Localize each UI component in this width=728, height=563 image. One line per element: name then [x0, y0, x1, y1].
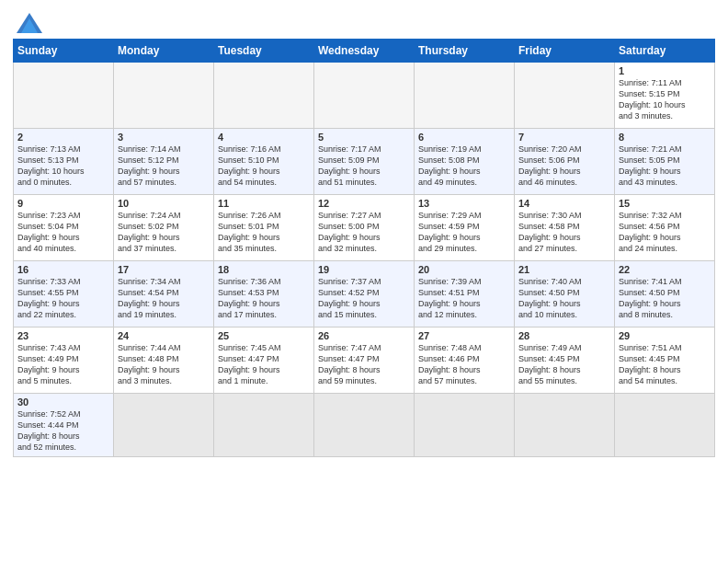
day-number: 11 [218, 198, 310, 209]
day-number: 3 [118, 132, 210, 143]
calendar-cell: 3Sunrise: 7:14 AM Sunset: 5:12 PM Daylig… [114, 129, 214, 195]
calendar-cell [214, 394, 314, 457]
day-number: 14 [518, 198, 610, 209]
weekday-header-row: SundayMondayTuesdayWednesdayThursdayFrid… [14, 40, 715, 63]
day-number: 9 [17, 198, 109, 209]
day-number: 28 [518, 330, 610, 341]
calendar-cell [14, 63, 114, 129]
day-info: Sunrise: 7:14 AM Sunset: 5:12 PM Dayligh… [118, 144, 210, 189]
calendar-cell [114, 394, 214, 457]
day-number: 13 [418, 198, 510, 209]
calendar-cell: 19Sunrise: 7:37 AM Sunset: 4:52 PM Dayli… [314, 261, 415, 327]
day-number: 1 [619, 65, 711, 76]
calendar-week-row: 9Sunrise: 7:23 AM Sunset: 5:04 PM Daylig… [14, 195, 715, 261]
calendar-week-row: 30Sunrise: 7:52 AM Sunset: 4:44 PM Dayli… [14, 394, 715, 457]
day-info: Sunrise: 7:23 AM Sunset: 5:04 PM Dayligh… [17, 210, 109, 255]
day-number: 21 [518, 264, 610, 275]
calendar-cell: 4Sunrise: 7:16 AM Sunset: 5:10 PM Daylig… [214, 129, 314, 195]
day-info: Sunrise: 7:19 AM Sunset: 5:08 PM Dayligh… [418, 144, 510, 189]
day-number: 18 [218, 264, 310, 275]
day-number: 29 [619, 330, 711, 341]
calendar-week-row: 2Sunrise: 7:13 AM Sunset: 5:13 PM Daylig… [14, 129, 715, 195]
day-number: 15 [619, 198, 711, 209]
day-info: Sunrise: 7:51 AM Sunset: 4:45 PM Dayligh… [619, 342, 711, 387]
calendar-cell [415, 63, 515, 129]
day-info: Sunrise: 7:27 AM Sunset: 5:00 PM Dayligh… [318, 210, 410, 255]
day-number: 8 [619, 132, 711, 143]
header-area [13, 9, 715, 33]
day-number: 10 [118, 198, 210, 209]
calendar-page: SundayMondayTuesdayWednesdayThursdayFrid… [0, 0, 728, 563]
day-number: 19 [318, 264, 410, 275]
calendar-cell: 23Sunrise: 7:43 AM Sunset: 4:49 PM Dayli… [14, 327, 114, 394]
calendar-cell: 22Sunrise: 7:41 AM Sunset: 4:50 PM Dayli… [615, 261, 715, 327]
logo-icon [17, 13, 42, 33]
day-info: Sunrise: 7:45 AM Sunset: 4:47 PM Dayligh… [218, 342, 310, 387]
calendar-cell: 9Sunrise: 7:23 AM Sunset: 5:04 PM Daylig… [14, 195, 114, 261]
calendar-cell: 10Sunrise: 7:24 AM Sunset: 5:02 PM Dayli… [114, 195, 214, 261]
weekday-header-wednesday: Wednesday [314, 40, 415, 63]
calendar-cell: 6Sunrise: 7:19 AM Sunset: 5:08 PM Daylig… [415, 129, 515, 195]
calendar-cell: 25Sunrise: 7:45 AM Sunset: 4:47 PM Dayli… [214, 327, 314, 394]
calendar-cell [314, 394, 415, 457]
calendar-week-row: 1Sunrise: 7:11 AM Sunset: 5:15 PM Daylig… [14, 63, 715, 129]
calendar-cell: 24Sunrise: 7:44 AM Sunset: 4:48 PM Dayli… [114, 327, 214, 394]
calendar-cell: 12Sunrise: 7:27 AM Sunset: 5:00 PM Dayli… [314, 195, 415, 261]
day-info: Sunrise: 7:16 AM Sunset: 5:10 PM Dayligh… [218, 144, 310, 189]
calendar-cell [214, 63, 314, 129]
calendar-cell: 27Sunrise: 7:48 AM Sunset: 4:46 PM Dayli… [415, 327, 515, 394]
day-info: Sunrise: 7:39 AM Sunset: 4:51 PM Dayligh… [418, 276, 510, 321]
calendar-cell [415, 394, 515, 457]
day-info: Sunrise: 7:17 AM Sunset: 5:09 PM Dayligh… [318, 144, 410, 189]
day-info: Sunrise: 7:34 AM Sunset: 4:54 PM Dayligh… [118, 276, 210, 321]
weekday-header-friday: Friday [515, 40, 615, 63]
day-info: Sunrise: 7:24 AM Sunset: 5:02 PM Dayligh… [118, 210, 210, 255]
day-number: 16 [17, 264, 109, 275]
day-info: Sunrise: 7:29 AM Sunset: 4:59 PM Dayligh… [418, 210, 510, 255]
calendar-cell [114, 63, 214, 129]
day-number: 2 [17, 132, 109, 143]
weekday-header-tuesday: Tuesday [214, 40, 314, 63]
day-number: 23 [17, 330, 109, 341]
calendar-cell: 26Sunrise: 7:47 AM Sunset: 4:47 PM Dayli… [314, 327, 415, 394]
day-number: 7 [518, 132, 610, 143]
day-info: Sunrise: 7:48 AM Sunset: 4:46 PM Dayligh… [418, 342, 510, 387]
calendar-cell [615, 394, 715, 457]
weekday-header-sunday: Sunday [14, 40, 114, 63]
day-info: Sunrise: 7:33 AM Sunset: 4:55 PM Dayligh… [17, 276, 109, 321]
calendar-week-row: 23Sunrise: 7:43 AM Sunset: 4:49 PM Dayli… [14, 327, 715, 394]
calendar-cell: 11Sunrise: 7:26 AM Sunset: 5:01 PM Dayli… [214, 195, 314, 261]
weekday-header-thursday: Thursday [415, 40, 515, 63]
day-number: 22 [619, 264, 711, 275]
calendar-table: SundayMondayTuesdayWednesdayThursdayFrid… [13, 39, 715, 457]
day-number: 6 [418, 132, 510, 143]
day-info: Sunrise: 7:21 AM Sunset: 5:05 PM Dayligh… [619, 144, 711, 189]
calendar-cell: 16Sunrise: 7:33 AM Sunset: 4:55 PM Dayli… [14, 261, 114, 327]
calendar-cell: 28Sunrise: 7:49 AM Sunset: 4:45 PM Dayli… [515, 327, 615, 394]
calendar-cell: 2Sunrise: 7:13 AM Sunset: 5:13 PM Daylig… [14, 129, 114, 195]
calendar-cell [515, 394, 615, 457]
calendar-week-row: 16Sunrise: 7:33 AM Sunset: 4:55 PM Dayli… [14, 261, 715, 327]
day-info: Sunrise: 7:40 AM Sunset: 4:50 PM Dayligh… [518, 276, 610, 321]
logo [13, 13, 42, 33]
day-info: Sunrise: 7:20 AM Sunset: 5:06 PM Dayligh… [518, 144, 610, 189]
day-number: 20 [418, 264, 510, 275]
calendar-cell: 18Sunrise: 7:36 AM Sunset: 4:53 PM Dayli… [214, 261, 314, 327]
calendar-cell: 21Sunrise: 7:40 AM Sunset: 4:50 PM Dayli… [515, 261, 615, 327]
day-info: Sunrise: 7:44 AM Sunset: 4:48 PM Dayligh… [118, 342, 210, 387]
day-info: Sunrise: 7:41 AM Sunset: 4:50 PM Dayligh… [619, 276, 711, 321]
weekday-header-saturday: Saturday [615, 40, 715, 63]
calendar-cell: 1Sunrise: 7:11 AM Sunset: 5:15 PM Daylig… [615, 63, 715, 129]
calendar-cell: 5Sunrise: 7:17 AM Sunset: 5:09 PM Daylig… [314, 129, 415, 195]
calendar-cell: 20Sunrise: 7:39 AM Sunset: 4:51 PM Dayli… [415, 261, 515, 327]
calendar-cell: 14Sunrise: 7:30 AM Sunset: 4:58 PM Dayli… [515, 195, 615, 261]
day-number: 27 [418, 330, 510, 341]
day-number: 4 [218, 132, 310, 143]
day-info: Sunrise: 7:30 AM Sunset: 4:58 PM Dayligh… [518, 210, 610, 255]
day-info: Sunrise: 7:37 AM Sunset: 4:52 PM Dayligh… [318, 276, 410, 321]
calendar-cell: 13Sunrise: 7:29 AM Sunset: 4:59 PM Dayli… [415, 195, 515, 261]
calendar-cell: 15Sunrise: 7:32 AM Sunset: 4:56 PM Dayli… [615, 195, 715, 261]
day-info: Sunrise: 7:26 AM Sunset: 5:01 PM Dayligh… [218, 210, 310, 255]
day-number: 12 [318, 198, 410, 209]
day-info: Sunrise: 7:13 AM Sunset: 5:13 PM Dayligh… [17, 144, 109, 189]
